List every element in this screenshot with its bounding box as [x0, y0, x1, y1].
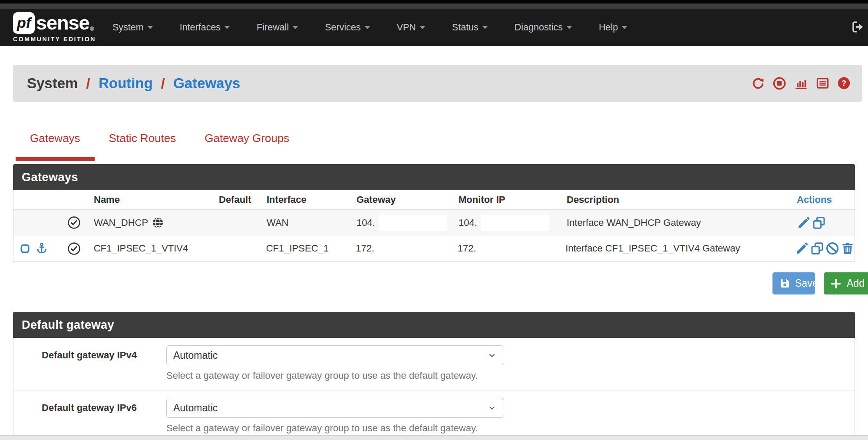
delete-gateway-icon[interactable] [841, 242, 855, 255]
registered-mark: ® [90, 26, 94, 32]
chevron-down-icon [622, 26, 627, 29]
chevron-down-icon [482, 26, 488, 29]
gateway-online-check-icon [67, 242, 81, 255]
redaction-box [481, 215, 549, 231]
nav-item-status[interactable]: Status [439, 22, 501, 33]
nav-item-services[interactable]: Services [311, 22, 383, 33]
save-button[interactable]: Save [772, 272, 815, 294]
default-gateway-ipv4-row: Default gateway IPv4 Automatic Select a … [13, 338, 855, 390]
default-gateway-globe-icon [152, 217, 164, 228]
gateway-interface: CF1_IPSEC_1 [266, 243, 352, 254]
chevron-down-icon [293, 26, 298, 29]
monitor-ip: 172. [458, 243, 476, 254]
nav-item-diagnostics[interactable]: Diagnostics [501, 22, 585, 33]
nav-menu: System Interfaces Firewall Services VPN … [99, 9, 640, 46]
action-buttons-row: Save Add [0, 272, 868, 294]
col-actions: Actions [785, 194, 855, 205]
header-action-icons: ? [752, 65, 851, 102]
gateway-marker-square-icon [20, 243, 30, 254]
default-gateway-ipv4-help: Select a gateway or failover gateway gro… [166, 370, 855, 381]
gateways-panel-title: Gateways [13, 164, 855, 190]
community-edition-tagline: COMMUNITY EDITION [13, 36, 96, 43]
page-bottom-strip [0, 435, 868, 440]
breadcrumb-system: System [27, 75, 78, 91]
col-interface: Interface [267, 194, 352, 205]
table-row: CF1_IPSEC_1_VTIV4 CF1_IPSEC_1 172. 172. … [13, 235, 855, 261]
default-gateway-ipv6-label: Default gateway IPv6 [42, 402, 166, 414]
pf-logo-tile: pf [13, 12, 35, 34]
col-monitor-ip: Monitor IP [458, 194, 563, 205]
gateway-address: 104. [356, 217, 375, 228]
nav-item-interfaces[interactable]: Interfaces [166, 22, 243, 33]
gateways-panel: Gateways Name Default Interface Gateway … [13, 164, 855, 262]
pfsense-logo[interactable]: pf sense ® COMMUNITY EDITION [13, 12, 96, 43]
svg-text:?: ? [842, 79, 846, 88]
logout-icon[interactable] [851, 20, 865, 34]
chevron-down-icon [420, 26, 425, 29]
table-row: WAN_DHCP WAN 104. 104. Interface WAN_DHC… [13, 210, 855, 235]
default-gateway-ipv4-label: Default gateway IPv4 [42, 350, 166, 361]
col-default: Default [219, 194, 267, 205]
gateways-table: Name Default Interface Gateway Monitor I… [13, 190, 855, 262]
nav-item-firewall[interactable]: Firewall [243, 22, 311, 33]
default-gateway-ipv6-select[interactable]: Automatic [166, 398, 504, 418]
col-description: Description [563, 194, 785, 205]
chevron-down-icon [148, 26, 153, 29]
nav-item-help[interactable]: Help [585, 22, 640, 33]
chevron-down-icon [488, 404, 496, 412]
breadcrumb-routing-link[interactable]: Routing [99, 75, 153, 91]
default-gateway-ipv6-row: Default gateway IPv6 Automatic Select a … [13, 390, 855, 440]
bar-chart-icon[interactable] [794, 76, 808, 90]
default-gateway-ipv4-select[interactable]: Automatic [166, 345, 504, 365]
log-list-icon[interactable] [816, 76, 829, 90]
add-gateway-button[interactable]: Add [824, 272, 868, 294]
window-top-strip [0, 3, 868, 9]
tab-gateway-groups[interactable]: Gateway Groups [190, 129, 304, 161]
copy-gateway-icon[interactable] [812, 216, 826, 230]
copy-gateway-icon[interactable] [810, 242, 824, 255]
redaction-box [379, 215, 447, 231]
gateway-address: 172. [356, 243, 374, 254]
monitor-ip: 104. [459, 217, 477, 228]
default-gateway-panel: Default gateway Default gateway IPv4 Aut… [13, 312, 855, 440]
gateway-interface: WAN [267, 217, 352, 228]
main-navbar: pf sense ® COMMUNITY EDITION System Inte… [0, 9, 868, 46]
nav-item-system[interactable]: System [99, 22, 166, 33]
gateway-description: Interface WAN_DHCP Gateway [563, 217, 785, 228]
gateway-description: Interface CF1_IPSEC_1_VTIV4 Gateway [562, 243, 783, 254]
default-gateway-panel-title: Default gateway [13, 312, 855, 338]
refresh-icon[interactable] [752, 77, 765, 90]
edit-gateway-icon[interactable] [795, 242, 809, 255]
page-header-bar: System / Routing / Gateways ? [13, 65, 862, 102]
tab-gateways[interactable]: Gateways [16, 129, 95, 161]
breadcrumb-gateways-link[interactable]: Gateways [173, 75, 240, 91]
window-top-edge [0, 0, 868, 3]
breadcrumb-separator: / [86, 75, 90, 91]
save-disk-icon [779, 278, 790, 289]
gateway-online-check-icon [67, 216, 81, 229]
breadcrumb: System / Routing / Gateways [27, 75, 240, 92]
default-gateway-ipv6-help: Select a gateway or failover gateway gro… [166, 423, 855, 434]
gateway-name: WAN_DHCP [94, 217, 148, 228]
chevron-down-icon [567, 26, 572, 29]
table-header-row: Name Default Interface Gateway Monitor I… [13, 190, 855, 210]
breadcrumb-separator: / [161, 75, 165, 91]
add-button-label: Add [847, 278, 865, 289]
save-button-label: Save [795, 278, 818, 289]
routing-tabs: Gateways Static Routes Gateway Groups [16, 129, 304, 161]
edit-gateway-icon[interactable] [797, 216, 811, 230]
disable-gateway-icon[interactable] [825, 242, 839, 255]
gateway-name: CF1_IPSEC_1_VTIV4 [94, 243, 188, 254]
chevron-down-icon [365, 26, 370, 29]
sense-wordmark: sense [36, 12, 89, 34]
chevron-down-icon [224, 26, 230, 29]
nav-item-vpn[interactable]: VPN [383, 22, 439, 33]
stop-circle-icon[interactable] [772, 76, 786, 90]
chevron-down-icon [488, 351, 496, 360]
anchor-icon [35, 242, 48, 255]
col-gateway: Gateway [352, 194, 458, 205]
tab-static-routes[interactable]: Static Routes [95, 129, 191, 161]
col-name: Name [94, 194, 219, 205]
help-icon[interactable]: ? [837, 76, 851, 90]
plus-icon [830, 278, 842, 289]
